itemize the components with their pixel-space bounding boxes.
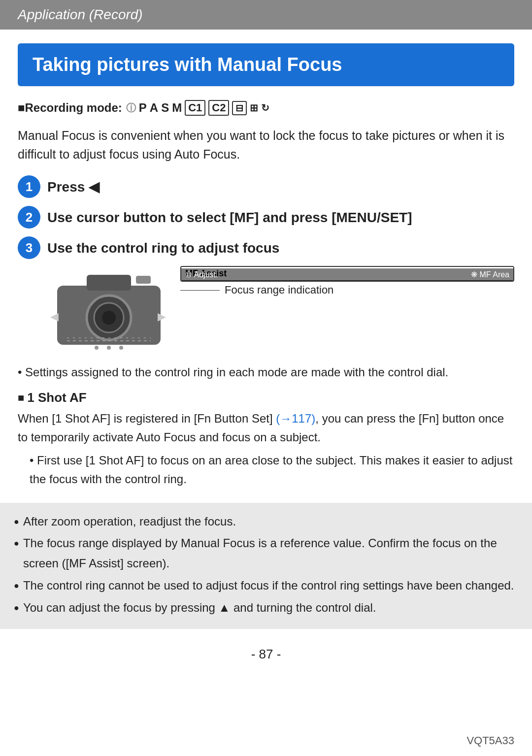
page-number: - 87 - xyxy=(0,647,532,662)
step-2: 2 Use cursor button to select [MF] and p… xyxy=(18,205,514,229)
shot-af-sub: First use [1 Shot AF] to focus on an are… xyxy=(30,451,514,489)
note-text-2: The focus range displayed by Manual Focu… xyxy=(23,533,518,574)
note-text-1: After zoom operation, readjust the focus… xyxy=(23,512,518,532)
title-box: Taking pictures with Manual Focus xyxy=(18,43,514,86)
mode-c1: C1 xyxy=(185,100,205,116)
svg-rect-1 xyxy=(87,275,131,291)
mode-m: M xyxy=(172,101,182,115)
step-3-num: 3 xyxy=(18,236,40,259)
shot-af-header: 1 Shot AF xyxy=(18,390,514,405)
svg-point-11 xyxy=(119,346,123,350)
step-2-text: Use cursor button to select [MF] and pre… xyxy=(47,205,412,227)
note-text-4: You can adjust the focus by pressing ▲ a… xyxy=(23,598,518,618)
bullet-4: ● xyxy=(14,600,19,616)
shot-af-body-text: When [1 Shot AF] is registered in [Fn Bu… xyxy=(18,412,276,425)
step-1: 1 Press ◀ xyxy=(18,174,514,198)
note-text-3: The control ring cannot be used to adjus… xyxy=(23,576,518,596)
mode-a: A xyxy=(150,101,158,115)
top-bar: Application (Record) xyxy=(0,0,532,30)
mode-ia: ⓘ xyxy=(126,101,136,115)
mode-scn: ⊟ xyxy=(232,101,247,115)
version-number: VQT5A33 xyxy=(466,734,514,747)
diagram-area: ◀ ▶ MF Assist xyxy=(47,266,514,355)
bullet-1: ● xyxy=(14,514,19,529)
mode-s: S xyxy=(161,101,169,115)
mode-extra1: ⊞ xyxy=(250,102,258,114)
svg-point-9 xyxy=(95,346,99,350)
step-1-num: 1 xyxy=(18,175,40,198)
mf-adjust-label: ⑩ Adjust. xyxy=(185,270,218,279)
svg-point-10 xyxy=(107,346,111,350)
notes-box: ● After zoom operation, readjust the foc… xyxy=(0,503,532,629)
mode-extra2: ↻ xyxy=(261,102,269,114)
mf-bottom-bar: ⑩ Adjust. ❋ MF Area xyxy=(181,268,513,281)
focus-indication-line: Focus range indication xyxy=(180,284,514,296)
svg-text:◀: ◀ xyxy=(50,310,59,323)
shot-af-link: (→117) xyxy=(276,412,315,425)
step-2-num: 2 xyxy=(18,206,40,229)
note-item-3: ● The control ring cannot be used to adj… xyxy=(14,576,518,596)
note-item-1: ● After zoom operation, readjust the foc… xyxy=(14,512,518,532)
shot-af-body: When [1 Shot AF] is registered in [Fn Bu… xyxy=(18,409,514,447)
bullet-3: ● xyxy=(14,578,19,593)
step-3-text: Use the control ring to adjust focus xyxy=(47,235,279,258)
note-item-4: ● You can adjust the focus by pressing ▲… xyxy=(14,598,518,618)
mf-assist-area: MF Assist 0.5 0.3 0.8 0.0∞∞ xyxy=(180,266,514,296)
camera-illustration: ◀ ▶ xyxy=(47,266,170,355)
recording-mode-row: ■Recording mode: ⓘ P A S M C1 C2 ⊟ ⊞ ↻ xyxy=(18,100,514,116)
indication-text: Focus range indication xyxy=(225,284,333,296)
bullet-2: ● xyxy=(14,536,19,551)
indication-h-line xyxy=(180,290,220,291)
note-item-2: ● The focus range displayed by Manual Fo… xyxy=(14,533,518,574)
recording-mode-label: ■Recording mode: xyxy=(18,101,122,115)
mode-c2: C2 xyxy=(208,100,229,116)
mf-area-label: ❋ MF Area xyxy=(471,270,509,279)
mode-p: P xyxy=(139,101,147,115)
intro-text: Manual Focus is convenient when you want… xyxy=(18,127,514,164)
svg-point-4 xyxy=(102,311,116,325)
camera-svg: ◀ ▶ xyxy=(47,266,170,355)
step-1-text: Press ◀ xyxy=(47,174,100,197)
recording-mode-icons: ⓘ P A S M C1 C2 ⊟ ⊞ ↻ xyxy=(126,100,270,116)
steps-container: 1 Press ◀ 2 Use cursor button to select … xyxy=(18,174,514,259)
main-content: ■Recording mode: ⓘ P A S M C1 C2 ⊟ ⊞ ↻ M… xyxy=(0,100,532,489)
page-title: Taking pictures with Manual Focus xyxy=(33,54,499,75)
mf-assist-panel: MF Assist 0.5 0.3 0.8 0.0∞∞ xyxy=(180,266,514,282)
settings-note: Settings assigned to the control ring in… xyxy=(18,363,514,381)
top-bar-label: Application (Record) xyxy=(18,7,143,22)
svg-text:▶: ▶ xyxy=(158,310,166,323)
svg-rect-12 xyxy=(136,276,151,284)
step-3: 3 Use the control ring to adjust focus xyxy=(18,235,514,259)
